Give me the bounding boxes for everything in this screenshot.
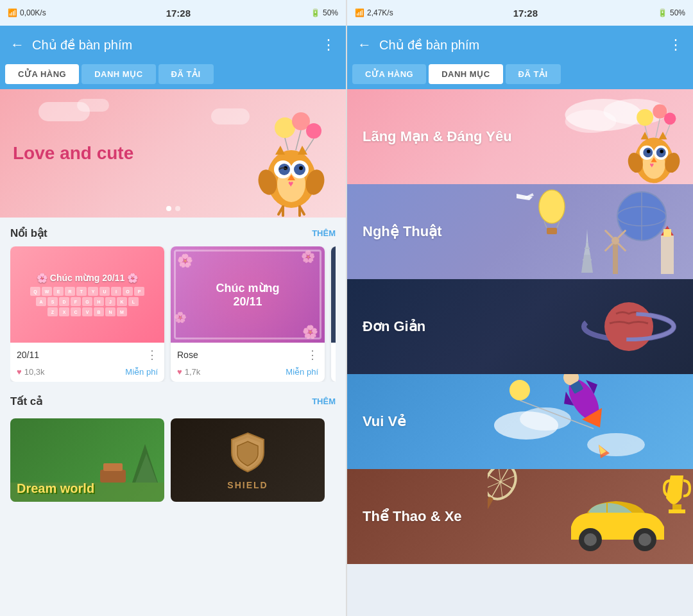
- card-thumb-20-11: 🌸 Chúc mừng 20/11 🌸 QWERTYUIOP ASDFGHJKL…: [10, 246, 164, 343]
- svg-line-3: [296, 130, 301, 150]
- card-20-11-price: Miễn phí: [125, 367, 158, 377]
- svg-line-65: [605, 243, 613, 251]
- category-don-gian-label: Đơn Giản: [347, 318, 425, 335]
- svg-point-44: [647, 150, 651, 153]
- tabs-left: CỬA HÀNG DANH MỤC ĐÃ TẢI: [0, 64, 346, 89]
- featured-title: Nổi bật: [10, 227, 47, 240]
- dream-world-title: Dream world: [17, 481, 94, 495]
- card-rose[interactable]: 🌸 🌸 🌸 🌸 Chúc mừng20/11 Rose ⋮ ♥: [171, 246, 325, 382]
- svg-point-70: [539, 190, 565, 223]
- rose-thumb: 🌸 🌸 🌸 🌸 Chúc mừng20/11: [171, 246, 325, 343]
- featured-more-button[interactable]: THÊM: [312, 228, 336, 238]
- category-lang-man-label: Lãng Mạn & Đáng Yêu: [347, 128, 512, 145]
- svg-rect-99: [488, 496, 493, 518]
- svg-point-91: [584, 533, 597, 546]
- svg-rect-61: [613, 242, 618, 274]
- svg-line-5: [304, 139, 314, 153]
- status-right-icons-left: 🔋 50%: [311, 8, 338, 17]
- category-nghe-thuat[interactable]: Nghệ Thuật: [347, 184, 693, 279]
- tab-da-tai-left[interactable]: ĐÃ TẢI: [158, 64, 214, 84]
- svg-rect-28: [103, 463, 123, 471]
- content-left: Love and cute: [0, 89, 346, 616]
- category-the-thao-label: Thể Thao & Xe: [347, 508, 462, 525]
- svg-line-64: [618, 243, 626, 251]
- header-left: ← Chủ đề bàn phím ⋮: [0, 26, 346, 64]
- category-the-thao[interactable]: Thể Thao & Xe: [347, 469, 693, 564]
- svg-point-32: [637, 109, 653, 126]
- tab-danh-muc-right[interactable]: DANH MỤC: [429, 64, 502, 84]
- category-lang-man[interactable]: ♥ Lãng Mạn & Đáng Yêu: [347, 89, 693, 184]
- signal-speed-right: 2,47K/s: [367, 8, 393, 17]
- featured-cards: 🌸 Chúc mừng 20/11 🌸 QWERTYUIOP ASDFGHJKL…: [10, 246, 336, 382]
- tab-cua-hang-right[interactable]: CỬA HÀNG: [352, 64, 426, 84]
- card-dream-world[interactable]: Dream world: [10, 418, 164, 502]
- card-rose-meta: ♥ 1,7k Miễn phí: [171, 367, 325, 382]
- svg-point-80: [509, 380, 530, 400]
- back-button-right[interactable]: ←: [357, 37, 372, 53]
- status-right-left-icons: 📶 2,47K/s: [355, 8, 393, 17]
- svg-point-13: [299, 166, 303, 170]
- svg-marker-21: [275, 146, 285, 155]
- time-left: 17:28: [166, 8, 191, 19]
- card-rose-name: Rose: [177, 350, 198, 360]
- battery-level-left: 50%: [323, 8, 338, 17]
- svg-text:♥: ♥: [288, 178, 293, 189]
- shield-title: SHIELD: [227, 480, 268, 490]
- svg-line-97: [488, 469, 515, 498]
- signal-icon-right: 📶: [355, 8, 364, 17]
- category-don-gian[interactable]: Đơn Giản: [347, 279, 693, 374]
- card-20-11-info: 20/11 ⋮: [10, 343, 164, 367]
- card-20-11-meta: ♥ 10,3k Miễn phí: [10, 367, 164, 382]
- banner-owl-left: ♥: [250, 108, 333, 218]
- svg-point-31: [565, 110, 617, 133]
- status-right-right-icons: 🔋 50%: [658, 8, 685, 17]
- back-button-left[interactable]: ←: [10, 37, 24, 53]
- card-20-11-more[interactable]: ⋮: [146, 348, 158, 362]
- heart-icon-2: ♥: [177, 367, 182, 377]
- svg-point-78: [520, 407, 571, 431]
- svg-rect-73: [547, 228, 557, 234]
- more-button-left[interactable]: ⋮: [321, 37, 336, 53]
- time-right: 17:28: [513, 8, 538, 19]
- card-rose-likes: ♥ 1,7k: [177, 367, 200, 377]
- svg-line-66: [605, 230, 613, 238]
- card-shield[interactable]: SHIELD: [171, 418, 325, 502]
- status-left-icons: 📶 0,00K/s: [8, 8, 46, 17]
- svg-rect-69: [663, 229, 671, 237]
- svg-point-45: [660, 150, 663, 153]
- more-button-right[interactable]: ⋮: [669, 37, 683, 53]
- header-right: ← Chủ đề bàn phím ⋮: [347, 26, 693, 64]
- banner-dots-left: [166, 206, 180, 211]
- category-vui-ve-label: Vui Vẻ: [347, 413, 406, 430]
- tab-cua-hang-left[interactable]: CỬA HÀNG: [5, 64, 79, 84]
- svg-point-93: [638, 533, 651, 546]
- card-sh-meta: 63: [331, 343, 336, 357]
- banner-left[interactable]: Love and cute: [0, 89, 346, 218]
- card-rose-price: Miễn phí: [286, 367, 318, 377]
- svg-rect-27: [100, 470, 126, 483]
- featured-header: Nổi bật THÊM: [10, 227, 336, 240]
- card-20-11[interactable]: 🌸 Chúc mừng 20/11 🌸 QWERTYUIOP ASDFGHJKL…: [10, 246, 164, 382]
- all-more-button[interactable]: THÊM: [312, 397, 336, 406]
- card-rose-more[interactable]: ⋮: [307, 348, 318, 362]
- card-rose-info: Rose ⋮: [171, 343, 325, 367]
- svg-text:♥: ♥: [649, 161, 654, 169]
- svg-point-36: [664, 113, 676, 125]
- category-nghe-thuat-label: Nghệ Thuật: [347, 223, 442, 240]
- svg-rect-101: [669, 509, 685, 513]
- svg-marker-57: [581, 255, 593, 273]
- card-sh[interactable]: 63: [331, 246, 336, 382]
- featured-section: Nổi bật THÊM 🌸 Chúc mừng 20/11 🌸 QWERTYU…: [0, 218, 346, 386]
- svg-line-1: [285, 138, 288, 150]
- category-vui-ve[interactable]: Vui Vẻ: [347, 374, 693, 469]
- banner-text-left: Love and cute: [13, 142, 133, 165]
- card-20-11-name: 20/11: [17, 350, 39, 360]
- card-20-11-likes: ♥ 10,3k: [17, 367, 45, 377]
- tab-danh-muc-left[interactable]: DANH MỤC: [81, 64, 155, 84]
- tab-da-tai-right[interactable]: ĐÃ TẢI: [506, 64, 561, 84]
- all-title: Tất cả: [10, 395, 42, 408]
- status-bar-right: 📶 2,47K/s 17:28 🔋 50%: [347, 0, 693, 26]
- svg-point-75: [604, 302, 653, 351]
- card-thumb-sh: [331, 246, 336, 343]
- card-thumb-rose: 🌸 🌸 🌸 🌸 Chúc mừng20/11: [171, 246, 325, 343]
